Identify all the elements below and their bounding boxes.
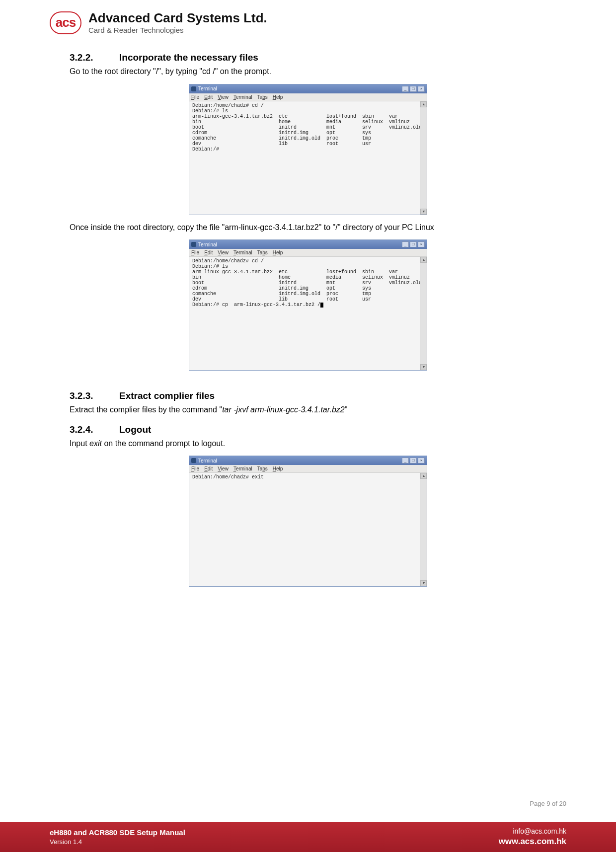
- page-number: Page 9 of 20: [530, 800, 566, 807]
- heading-3-2-2: 3.2.2. Incorporate the necessary files: [70, 52, 546, 63]
- menu-terminal[interactable]: Terminal: [233, 250, 252, 255]
- brand-text: Advanced Card Systems Ltd. Card & Reader…: [88, 11, 267, 34]
- terminal-menubar: File Edit View Terminal Tabs Help: [189, 465, 427, 473]
- terminal-screenshot-3: Terminal _ □ × File Edit View Terminal T…: [189, 456, 427, 587]
- paragraph-extract: Extract the complier files by the comman…: [70, 404, 546, 415]
- menu-view[interactable]: View: [218, 250, 229, 255]
- terminal-menubar: File Edit View Terminal Tabs Help: [189, 249, 427, 257]
- terminal-titlebar: Terminal _ □ ×: [189, 84, 427, 93]
- menu-help[interactable]: Help: [273, 94, 283, 100]
- brand-company: Advanced Card Systems Ltd.: [88, 11, 267, 25]
- scroll-down-icon[interactable]: ▾: [420, 580, 427, 586]
- footer-website: www.acs.com.hk: [499, 836, 566, 848]
- terminal-icon: [191, 458, 196, 463]
- maximize-button[interactable]: □: [410, 241, 417, 247]
- paragraph-logout: Input exit on the command prompt to logo…: [70, 438, 546, 449]
- scroll-up-icon[interactable]: ▴: [420, 473, 427, 479]
- terminal-output: Debian:/home/chadz# exit: [189, 473, 420, 586]
- heading-3-2-4: 3.2.4. Logout: [70, 424, 546, 435]
- menu-terminal[interactable]: Terminal: [233, 94, 252, 100]
- terminal-output: Debian:/home/chadz# cd / Debian:/# ls ar…: [189, 101, 420, 215]
- close-button[interactable]: ×: [418, 241, 425, 247]
- menu-file[interactable]: File: [191, 250, 199, 255]
- menu-terminal[interactable]: Terminal: [233, 466, 252, 471]
- heading-title: Incorporate the necessary files: [119, 52, 258, 63]
- scroll-down-icon[interactable]: ▾: [420, 209, 427, 215]
- maximize-button[interactable]: □: [410, 86, 417, 92]
- terminal-title-text: Terminal: [198, 242, 217, 247]
- terminal-menubar: File Edit View Terminal Tabs Help: [189, 93, 427, 101]
- menu-view[interactable]: View: [218, 94, 229, 100]
- cursor-icon: [320, 303, 323, 308]
- menu-file[interactable]: File: [191, 466, 199, 471]
- terminal-screenshot-2: Terminal _ □ × File Edit View Terminal T…: [189, 239, 427, 371]
- acs-logo-icon: acs: [50, 11, 81, 34]
- footer-doc-title: eH880 and ACR880 SDE Setup Manual: [50, 828, 185, 838]
- terminal-titlebar: Terminal _ □ ×: [189, 456, 427, 465]
- brand-tagline: Card & Reader Technologies: [88, 26, 267, 35]
- heading-title: Logout: [119, 424, 151, 435]
- menu-tabs[interactable]: Tabs: [257, 94, 268, 100]
- minimize-button[interactable]: _: [402, 241, 409, 247]
- heading-number: 3.2.2.: [70, 52, 98, 63]
- menu-file[interactable]: File: [191, 94, 199, 100]
- paragraph-cd-root: Go to the root directory "/", by typing …: [70, 66, 546, 77]
- heading-title: Extract complier files: [119, 390, 215, 401]
- close-button[interactable]: ×: [418, 458, 425, 464]
- terminal-screenshot-1: Terminal _ □ × File Edit View Terminal T…: [189, 84, 427, 215]
- minimize-button[interactable]: _: [402, 458, 409, 464]
- menu-tabs[interactable]: Tabs: [257, 250, 268, 255]
- footer-version: Version 1.4: [50, 838, 185, 847]
- paragraph-copy-file: Once inside the root directory, copy the…: [70, 222, 546, 233]
- terminal-title-text: Terminal: [198, 86, 217, 91]
- terminal-title-text: Terminal: [198, 458, 217, 464]
- heading-number: 3.2.4.: [70, 424, 98, 435]
- menu-help[interactable]: Help: [273, 250, 283, 255]
- terminal-scrollbar[interactable]: ▴ ▾: [420, 473, 427, 586]
- menu-edit[interactable]: Edit: [204, 466, 213, 471]
- footer-email: info@acs.com.hk: [499, 827, 566, 836]
- terminal-scrollbar[interactable]: ▴ ▾: [420, 101, 427, 215]
- terminal-icon: [191, 242, 196, 247]
- maximize-button[interactable]: □: [410, 458, 417, 464]
- footer-bar: eH880 and ACR880 SDE Setup Manual Versio…: [0, 822, 616, 852]
- scroll-up-icon[interactable]: ▴: [420, 101, 427, 107]
- minimize-button[interactable]: _: [402, 86, 409, 92]
- terminal-icon: [191, 86, 196, 91]
- menu-edit[interactable]: Edit: [204, 94, 213, 100]
- close-button[interactable]: ×: [418, 86, 425, 92]
- scroll-up-icon[interactable]: ▴: [420, 257, 427, 263]
- terminal-output: Debian:/home/chadz# cd / Debian:/# ls ar…: [189, 257, 420, 370]
- menu-view[interactable]: View: [218, 466, 229, 471]
- menu-tabs[interactable]: Tabs: [257, 466, 268, 471]
- terminal-scrollbar[interactable]: ▴ ▾: [420, 257, 427, 370]
- brand-header: acs Advanced Card Systems Ltd. Card & Re…: [50, 11, 566, 34]
- terminal-titlebar: Terminal _ □ ×: [189, 240, 427, 249]
- heading-3-2-3: 3.2.3. Extract complier files: [70, 390, 546, 401]
- heading-number: 3.2.3.: [70, 390, 98, 401]
- menu-edit[interactable]: Edit: [204, 250, 213, 255]
- menu-help[interactable]: Help: [273, 466, 283, 471]
- scroll-down-icon[interactable]: ▾: [420, 364, 427, 370]
